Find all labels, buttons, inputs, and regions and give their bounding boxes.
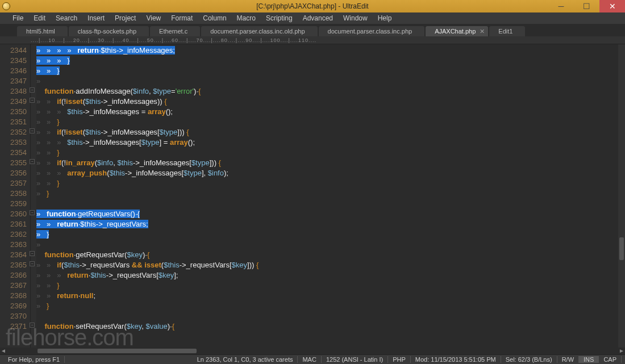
fold-toggle-icon[interactable]: − [30,251,35,256]
fold-toggle-icon[interactable]: − [30,98,35,103]
fold-toggle-icon[interactable]: − [30,128,35,133]
code-line[interactable]: » » } [36,66,625,76]
line-gutter: 2344234523462347234823492350235123522353… [0,44,31,351]
status-encoding[interactable]: 1252 (ANSI - Latin I) [322,356,388,363]
status-readwrite[interactable]: R/W [557,356,579,363]
line-number: 2346 [0,66,27,76]
code-line[interactable]: » [36,240,625,250]
editor[interactable]: 2344234523462347234823492350235123522353… [0,44,625,351]
tab-AJAXChat-php[interactable]: AJAXChat.php✕ [426,26,488,36]
menu-macro[interactable]: Macro [232,13,260,23]
status-position: Ln 2363, Col 1, C0, 3 active carets [193,356,298,363]
code-line[interactable]: » function·getRequestVars()·{ [36,209,625,219]
line-number: 2345 [0,56,27,66]
close-tab-icon[interactable]: ✕ [480,28,485,35]
tab-class-ftp-sockets-php[interactable]: class-ftp-sockets.php [69,26,149,36]
tab-document-parser-class-inc-old-php[interactable]: document.parser.class.inc.old.php [201,26,317,36]
title-bar: [C:\prj\php\AJAXChat.php] - UltraEdit ─ … [0,0,625,12]
line-number: 2360 [0,209,27,219]
menu-window[interactable]: Window [339,13,372,23]
vertical-scrollbar[interactable] [618,44,625,348]
tab-Ethernet-c[interactable]: Ethernet.c [150,26,200,36]
minimize-button[interactable]: ─ [548,0,574,12]
menu-edit[interactable]: Edit [29,13,50,23]
fold-gutter[interactable]: −−−−−−−− [31,44,36,351]
line-number: 2351 [0,117,27,127]
status-language[interactable]: PHP [388,356,411,363]
status-bar: For Help, press F1 Ln 2363, Col 1, C0, 3… [0,354,625,364]
code-line[interactable] [36,199,625,209]
fold-toggle-icon[interactable]: − [30,159,35,164]
code-line[interactable]: » » » } [36,56,625,66]
code-line[interactable]: » » return·$this->_requestVars; [36,219,625,229]
line-number: 2365 [0,260,27,270]
fold-toggle-icon[interactable]: − [30,261,35,266]
line-number: 2366 [0,270,27,281]
code-line[interactable]: » » » $this->_infoMessages = array(); [36,107,625,117]
code-line[interactable]: » » if($this->_requestVars && isset($thi… [36,260,625,270]
code-line[interactable]: » } [36,301,625,311]
tab-html5-html[interactable]: html5.html [17,26,68,36]
code-line[interactable]: » » if(!in_array($info, $this->_infoMess… [36,158,625,168]
menu-search[interactable]: Search [51,13,82,23]
menu-file[interactable]: File [8,13,28,23]
ruler: ....|....10....|....20....|....30....|..… [0,36,625,44]
status-modified: Mod: 11/15/2013 5:51:05 PM [411,356,501,363]
menu-project[interactable]: Project [110,13,140,23]
line-number: 2350 [0,107,27,117]
window-title: [C:\prj\php\AJAXChat.php] - UltraEdit [256,2,368,10]
code-line[interactable]: » » » array_push($this->_infoMessages[$t… [36,168,625,178]
menu-view[interactable]: View [141,13,165,23]
code-line[interactable]: » » » return·$this->_requestVars[$key]; [36,270,625,281]
code-line[interactable]: » » } [36,178,625,189]
maximize-button[interactable]: ☐ [574,0,599,12]
line-number: 2364 [0,250,27,260]
menu-help[interactable]: Help [373,13,397,23]
code-line[interactable]: function·getRequestVar($key)·{ [36,250,625,260]
line-number: 2344 [0,45,27,56]
line-number: 2348 [0,86,27,97]
line-number: 2355 [0,158,27,168]
code-line[interactable]: » » if(!isset($this->_infoMessages)) { [36,97,625,107]
line-number: 2349 [0,97,27,107]
line-number: 2352 [0,127,27,137]
menu-column[interactable]: Column [198,13,231,23]
app-icon [2,2,10,10]
code-line[interactable]: » } [36,229,625,240]
line-number: 2347 [0,76,27,86]
fold-toggle-icon[interactable]: − [30,210,35,215]
line-number: 2358 [0,189,27,199]
code-line[interactable]: » » » » return·$this->_infoMessages; [36,45,625,56]
status-eol[interactable]: MAC [298,356,321,363]
code-line[interactable]: » » } [36,117,625,127]
menu-advanced[interactable]: Advanced [298,13,338,23]
code-line[interactable]: » [36,76,625,86]
close-button[interactable]: ✕ [599,0,625,12]
tab-bar: html5.htmlclass-ftp-sockets.phpEthernet.… [0,24,625,36]
status-caps: CAP [599,356,622,363]
tab-document-parser-class-inc-php[interactable]: document.parser.class.inc.php [319,26,425,36]
code-line[interactable]: » » if(!isset($this->_infoMessages[$type… [36,127,625,137]
line-number: 2367 [0,281,27,291]
status-insert[interactable]: INS [579,356,599,363]
code-line[interactable]: function·addInfoMessage($info, $type='er… [36,86,625,97]
status-selection: Sel: 62/3 (B/Lns) [501,356,557,363]
code-line[interactable]: » » } [36,148,625,158]
code-line[interactable]: » » return·null; [36,291,625,301]
menu-insert[interactable]: Insert [83,13,109,23]
watermark: filehorse.com [6,325,134,350]
code-line[interactable]: » } [36,189,625,199]
line-number: 2357 [0,178,27,189]
scroll-right-icon[interactable]: ► [618,348,625,354]
menu-scripting[interactable]: Scripting [261,13,297,23]
code-line[interactable] [36,311,625,321]
code-line[interactable]: » » } [36,281,625,291]
line-number: 2356 [0,168,27,178]
line-number: 2362 [0,229,27,240]
tab-Edit1[interactable]: Edit1 [489,26,525,36]
line-number: 2368 [0,291,27,301]
code-line[interactable]: » » » $this->_infoMessages[$type] = arra… [36,137,625,148]
code-area[interactable]: » » » » return·$this->_infoMessages;» » … [36,44,625,351]
menu-format[interactable]: Format [166,13,197,23]
fold-toggle-icon[interactable]: − [30,87,35,93]
